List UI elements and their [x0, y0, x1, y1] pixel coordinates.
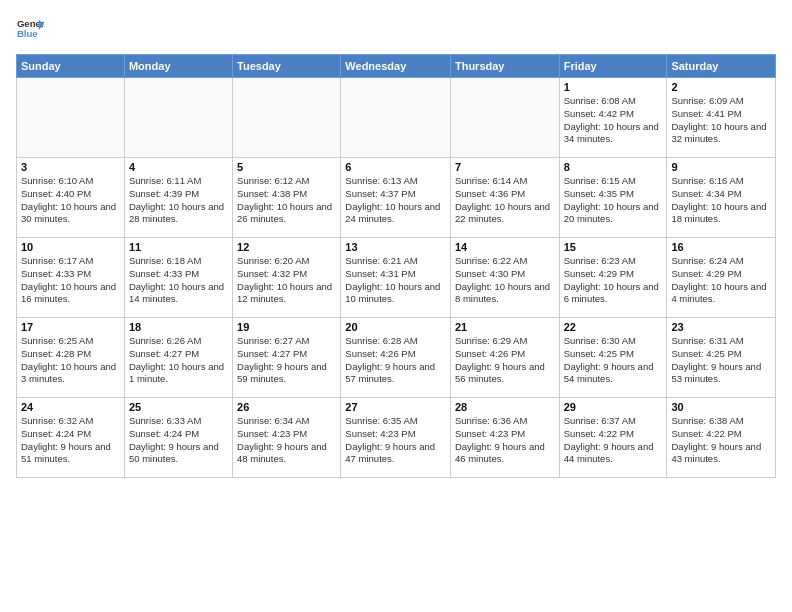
day-number: 22 [564, 321, 663, 333]
day-info: Sunrise: 6:16 AM Sunset: 4:34 PM Dayligh… [671, 175, 771, 226]
calendar-cell: 25Sunrise: 6:33 AM Sunset: 4:24 PM Dayli… [124, 398, 232, 478]
day-info: Sunrise: 6:24 AM Sunset: 4:29 PM Dayligh… [671, 255, 771, 306]
day-number: 25 [129, 401, 228, 413]
calendar-cell: 7Sunrise: 6:14 AM Sunset: 4:36 PM Daylig… [450, 158, 559, 238]
calendar-cell [124, 78, 232, 158]
calendar-cell: 11Sunrise: 6:18 AM Sunset: 4:33 PM Dayli… [124, 238, 232, 318]
day-info: Sunrise: 6:34 AM Sunset: 4:23 PM Dayligh… [237, 415, 336, 466]
day-number: 11 [129, 241, 228, 253]
calendar-cell: 26Sunrise: 6:34 AM Sunset: 4:23 PM Dayli… [233, 398, 341, 478]
calendar-cell: 4Sunrise: 6:11 AM Sunset: 4:39 PM Daylig… [124, 158, 232, 238]
day-info: Sunrise: 6:13 AM Sunset: 4:37 PM Dayligh… [345, 175, 446, 226]
day-info: Sunrise: 6:18 AM Sunset: 4:33 PM Dayligh… [129, 255, 228, 306]
day-number: 23 [671, 321, 771, 333]
day-info: Sunrise: 6:23 AM Sunset: 4:29 PM Dayligh… [564, 255, 663, 306]
calendar-cell: 6Sunrise: 6:13 AM Sunset: 4:37 PM Daylig… [341, 158, 451, 238]
dow-header-saturday: Saturday [667, 55, 776, 78]
day-info: Sunrise: 6:37 AM Sunset: 4:22 PM Dayligh… [564, 415, 663, 466]
calendar-cell: 13Sunrise: 6:21 AM Sunset: 4:31 PM Dayli… [341, 238, 451, 318]
calendar-cell: 15Sunrise: 6:23 AM Sunset: 4:29 PM Dayli… [559, 238, 667, 318]
calendar-cell: 1Sunrise: 6:08 AM Sunset: 4:42 PM Daylig… [559, 78, 667, 158]
calendar-cell [450, 78, 559, 158]
day-info: Sunrise: 6:09 AM Sunset: 4:41 PM Dayligh… [671, 95, 771, 146]
calendar-cell: 3Sunrise: 6:10 AM Sunset: 4:40 PM Daylig… [17, 158, 125, 238]
day-number: 15 [564, 241, 663, 253]
day-number: 5 [237, 161, 336, 173]
calendar-cell: 29Sunrise: 6:37 AM Sunset: 4:22 PM Dayli… [559, 398, 667, 478]
day-info: Sunrise: 6:31 AM Sunset: 4:25 PM Dayligh… [671, 335, 771, 386]
day-info: Sunrise: 6:32 AM Sunset: 4:24 PM Dayligh… [21, 415, 120, 466]
day-info: Sunrise: 6:29 AM Sunset: 4:26 PM Dayligh… [455, 335, 555, 386]
day-number: 6 [345, 161, 446, 173]
day-number: 28 [455, 401, 555, 413]
logo: General Blue [16, 16, 44, 44]
day-info: Sunrise: 6:30 AM Sunset: 4:25 PM Dayligh… [564, 335, 663, 386]
day-info: Sunrise: 6:15 AM Sunset: 4:35 PM Dayligh… [564, 175, 663, 226]
calendar-cell: 20Sunrise: 6:28 AM Sunset: 4:26 PM Dayli… [341, 318, 451, 398]
day-info: Sunrise: 6:10 AM Sunset: 4:40 PM Dayligh… [21, 175, 120, 226]
calendar-cell: 16Sunrise: 6:24 AM Sunset: 4:29 PM Dayli… [667, 238, 776, 318]
svg-text:Blue: Blue [17, 28, 38, 39]
calendar-cell: 30Sunrise: 6:38 AM Sunset: 4:22 PM Dayli… [667, 398, 776, 478]
calendar-cell [341, 78, 451, 158]
calendar-cell: 18Sunrise: 6:26 AM Sunset: 4:27 PM Dayli… [124, 318, 232, 398]
day-info: Sunrise: 6:36 AM Sunset: 4:23 PM Dayligh… [455, 415, 555, 466]
dow-header-tuesday: Tuesday [233, 55, 341, 78]
calendar-cell: 10Sunrise: 6:17 AM Sunset: 4:33 PM Dayli… [17, 238, 125, 318]
day-number: 7 [455, 161, 555, 173]
day-number: 27 [345, 401, 446, 413]
day-number: 3 [21, 161, 120, 173]
day-number: 16 [671, 241, 771, 253]
calendar-table: SundayMondayTuesdayWednesdayThursdayFrid… [16, 54, 776, 478]
day-number: 13 [345, 241, 446, 253]
day-number: 2 [671, 81, 771, 93]
day-number: 26 [237, 401, 336, 413]
day-info: Sunrise: 6:21 AM Sunset: 4:31 PM Dayligh… [345, 255, 446, 306]
calendar-cell [233, 78, 341, 158]
day-number: 4 [129, 161, 228, 173]
calendar-cell: 12Sunrise: 6:20 AM Sunset: 4:32 PM Dayli… [233, 238, 341, 318]
day-info: Sunrise: 6:12 AM Sunset: 4:38 PM Dayligh… [237, 175, 336, 226]
day-info: Sunrise: 6:33 AM Sunset: 4:24 PM Dayligh… [129, 415, 228, 466]
calendar-cell: 17Sunrise: 6:25 AM Sunset: 4:28 PM Dayli… [17, 318, 125, 398]
calendar-cell: 28Sunrise: 6:36 AM Sunset: 4:23 PM Dayli… [450, 398, 559, 478]
logo-icon: General Blue [16, 16, 44, 44]
day-number: 12 [237, 241, 336, 253]
calendar-cell: 21Sunrise: 6:29 AM Sunset: 4:26 PM Dayli… [450, 318, 559, 398]
day-number: 21 [455, 321, 555, 333]
calendar-cell: 22Sunrise: 6:30 AM Sunset: 4:25 PM Dayli… [559, 318, 667, 398]
day-info: Sunrise: 6:08 AM Sunset: 4:42 PM Dayligh… [564, 95, 663, 146]
day-number: 20 [345, 321, 446, 333]
day-info: Sunrise: 6:35 AM Sunset: 4:23 PM Dayligh… [345, 415, 446, 466]
calendar-cell: 9Sunrise: 6:16 AM Sunset: 4:34 PM Daylig… [667, 158, 776, 238]
day-info: Sunrise: 6:11 AM Sunset: 4:39 PM Dayligh… [129, 175, 228, 226]
day-info: Sunrise: 6:20 AM Sunset: 4:32 PM Dayligh… [237, 255, 336, 306]
calendar-cell: 24Sunrise: 6:32 AM Sunset: 4:24 PM Dayli… [17, 398, 125, 478]
day-number: 8 [564, 161, 663, 173]
dow-header-friday: Friday [559, 55, 667, 78]
day-info: Sunrise: 6:26 AM Sunset: 4:27 PM Dayligh… [129, 335, 228, 386]
day-info: Sunrise: 6:22 AM Sunset: 4:30 PM Dayligh… [455, 255, 555, 306]
dow-header-monday: Monday [124, 55, 232, 78]
day-number: 1 [564, 81, 663, 93]
day-number: 30 [671, 401, 771, 413]
day-number: 9 [671, 161, 771, 173]
calendar-cell: 23Sunrise: 6:31 AM Sunset: 4:25 PM Dayli… [667, 318, 776, 398]
day-info: Sunrise: 6:25 AM Sunset: 4:28 PM Dayligh… [21, 335, 120, 386]
day-number: 29 [564, 401, 663, 413]
calendar-cell: 19Sunrise: 6:27 AM Sunset: 4:27 PM Dayli… [233, 318, 341, 398]
page-header: General Blue [16, 16, 776, 44]
calendar-cell: 2Sunrise: 6:09 AM Sunset: 4:41 PM Daylig… [667, 78, 776, 158]
dow-header-thursday: Thursday [450, 55, 559, 78]
calendar-cell: 27Sunrise: 6:35 AM Sunset: 4:23 PM Dayli… [341, 398, 451, 478]
day-info: Sunrise: 6:38 AM Sunset: 4:22 PM Dayligh… [671, 415, 771, 466]
day-number: 14 [455, 241, 555, 253]
dow-header-sunday: Sunday [17, 55, 125, 78]
day-number: 10 [21, 241, 120, 253]
day-number: 24 [21, 401, 120, 413]
day-number: 17 [21, 321, 120, 333]
calendar-cell [17, 78, 125, 158]
day-info: Sunrise: 6:14 AM Sunset: 4:36 PM Dayligh… [455, 175, 555, 226]
day-number: 18 [129, 321, 228, 333]
calendar-cell: 14Sunrise: 6:22 AM Sunset: 4:30 PM Dayli… [450, 238, 559, 318]
